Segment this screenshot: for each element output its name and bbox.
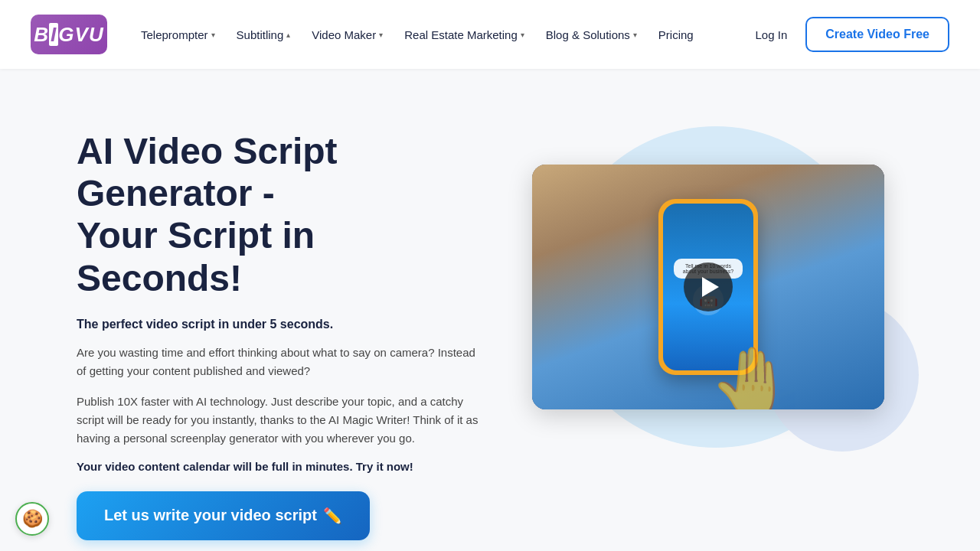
play-button[interactable] bbox=[684, 262, 733, 311]
pencil-icon: ✏️ bbox=[323, 507, 342, 525]
hero-subtitle: The perfect video script in under 5 seco… bbox=[77, 318, 482, 331]
video-card[interactable]: Tell me in 10 words about your business?… bbox=[532, 165, 884, 409]
chevron-up-icon: ▴ bbox=[286, 31, 290, 39]
logo[interactable]: BIGVU bbox=[31, 15, 107, 54]
create-video-free-button[interactable]: Create Video Free bbox=[805, 17, 949, 52]
hero-para-2: Publish 10X faster with AI technology. J… bbox=[77, 393, 482, 448]
nav-links: Teleprompter ▾ Subtitling ▴ Video Maker … bbox=[132, 22, 743, 47]
nav-item-video-maker[interactable]: Video Maker ▾ bbox=[302, 22, 392, 47]
nav-item-subtitling[interactable]: Subtitling ▴ bbox=[227, 22, 300, 47]
hand-icon: 🤚 bbox=[709, 348, 795, 409]
video-thumbnail: Tell me in 10 words about your business?… bbox=[532, 165, 884, 409]
hero-left: AI Video Script Generator - Your Script … bbox=[77, 115, 482, 540]
hero-para-1: Are you wasting time and effort thinking… bbox=[77, 344, 482, 380]
hero-cta-text: Your video content calendar will be full… bbox=[77, 460, 482, 473]
nav-item-blog[interactable]: Blog & Solutions ▾ bbox=[537, 22, 646, 47]
navbar: BIGVU Teleprompter ▾ Subtitling ▴ Video … bbox=[0, 0, 980, 69]
nav-item-pricing[interactable]: Pricing bbox=[649, 22, 703, 47]
hero-right: Tell me in 10 words about your business?… bbox=[513, 115, 919, 459]
cookie-button[interactable]: 🍪 bbox=[15, 502, 49, 536]
hero-title: AI Video Script Generator - Your Script … bbox=[77, 130, 482, 299]
write-script-button[interactable]: Let us write your video script ✏️ bbox=[77, 491, 370, 540]
nav-item-teleprompter[interactable]: Teleprompter ▾ bbox=[132, 22, 224, 47]
chevron-down-icon: ▾ bbox=[521, 31, 524, 39]
chevron-down-icon: ▾ bbox=[379, 31, 383, 39]
chevron-down-icon: ▾ bbox=[211, 31, 215, 39]
nav-item-real-estate[interactable]: Real Estate Marketing ▾ bbox=[395, 22, 534, 47]
hero-section: AI Video Script Generator - Your Script … bbox=[0, 69, 980, 551]
cookie-icon: 🍪 bbox=[22, 509, 43, 529]
chevron-down-icon: ▾ bbox=[633, 31, 637, 39]
login-button[interactable]: Log In bbox=[743, 22, 800, 47]
